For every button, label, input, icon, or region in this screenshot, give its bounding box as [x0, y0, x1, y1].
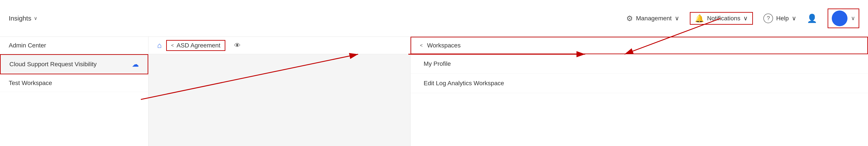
middle-panel: ⌂ < ASD Agreement 👁 [149, 37, 410, 146]
top-bar: Insights ∨ ⚙ Management ∨ 🔔 Notification… [0, 0, 868, 37]
insights-chevron-icon: ∨ [34, 16, 37, 21]
management-label: Management [636, 15, 672, 22]
user-avatar-button[interactable]: ∨ [828, 8, 859, 28]
asd-chevron-icon: < [171, 42, 174, 48]
notifications-chevron-icon: ∨ [743, 14, 748, 22]
my-profile-item[interactable]: My Profile [410, 54, 868, 74]
right-panel: < Workspaces My Profile Edit Log Analyti… [410, 37, 868, 146]
management-menu[interactable]: ⚙ Management ∨ [626, 14, 679, 23]
left-panel-header: Admin Center [0, 37, 148, 54]
cloud-support-label: Cloud Support Request Visibility [9, 61, 96, 68]
bell-icon: 🔔 [695, 14, 704, 23]
help-chevron-icon: ∨ [792, 14, 796, 22]
test-workspace-label: Test Workspace [9, 80, 52, 87]
edit-log-analytics-item[interactable]: Edit Log Analytics Workspace [410, 74, 868, 93]
left-panel-items: Cloud Support Request Visibility ☁ Test … [0, 54, 148, 92]
workspaces-label: Workspaces [427, 42, 461, 49]
top-bar-actions: ⚙ Management ∨ 🔔 Notifications ∨ ? Help … [626, 8, 859, 28]
notifications-menu[interactable]: 🔔 Notifications ∨ [690, 12, 753, 25]
main-area: Admin Center Cloud Support Request Visib… [0, 37, 868, 146]
gear-icon: ⚙ [626, 14, 633, 23]
middle-header: ⌂ < ASD Agreement 👁 [149, 37, 410, 54]
home-icon[interactable]: ⌂ [157, 41, 162, 50]
asd-agreement-nav[interactable]: < ASD Agreement [166, 40, 225, 51]
help-circle-icon: ? [764, 13, 773, 23]
right-items: My Profile Edit Log Analytics Workspace [410, 54, 868, 93]
cloud-support-item[interactable]: Cloud Support Request Visibility ☁ [0, 54, 148, 74]
insights-menu[interactable]: Insights ∨ [9, 14, 37, 22]
edit-log-analytics-label: Edit Log Analytics Workspace [424, 80, 504, 87]
management-chevron-icon: ∨ [675, 14, 679, 22]
left-panel: Admin Center Cloud Support Request Visib… [0, 37, 149, 146]
help-menu[interactable]: ? Help ∨ [764, 13, 796, 23]
notifications-label: Notifications [707, 15, 741, 22]
eye-icon: 👁 [234, 42, 241, 49]
workspaces-header[interactable]: < Workspaces [410, 37, 868, 54]
admin-center-title: Admin Center [9, 42, 46, 49]
test-workspace-item[interactable]: Test Workspace [0, 74, 148, 92]
user-chevron-icon: ∨ [851, 15, 855, 22]
workspaces-chevron-icon: < [420, 42, 423, 48]
user-menu-icon[interactable]: 👤 [807, 13, 817, 23]
insights-label: Insights [9, 14, 31, 22]
avatar [832, 10, 847, 26]
person-icon: 👤 [807, 13, 817, 23]
help-label: Help [776, 15, 789, 22]
my-profile-label: My Profile [424, 60, 451, 67]
cloud-icon: ☁ [132, 60, 139, 68]
asd-agreement-label: ASD Agreement [177, 42, 220, 49]
